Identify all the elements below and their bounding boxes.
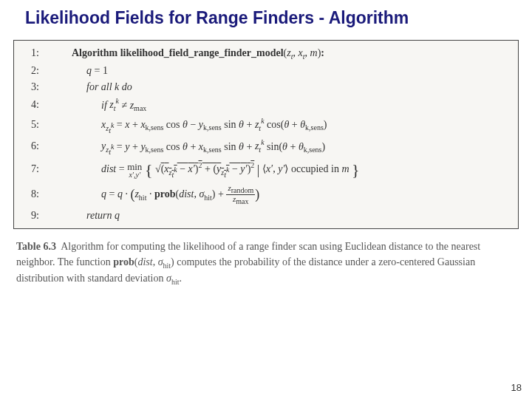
algo-line-7: 7: dist = minx′,y′ { √(xztk − x′)2 + (yz… xyxy=(14,158,518,182)
algo-line-2: 2: q = 1 xyxy=(14,63,518,79)
line-number: 5: xyxy=(14,119,57,131)
caption-label: Table 6.3 xyxy=(16,241,56,252)
algo-line-5: 5: xztk = x + xk,sens cos θ − yk,sens si… xyxy=(14,115,518,136)
line-number: 2: xyxy=(14,65,57,77)
line-number: 3: xyxy=(14,81,57,93)
algo-line-9: 9: return q xyxy=(14,208,518,224)
slide-title: Likelihood Fields for Range Finders - Al… xyxy=(0,0,532,30)
algo-line-3: 3: for all k do xyxy=(14,79,518,95)
algo-line-1: 1: Algorithm likelihood_field_range_find… xyxy=(14,45,518,63)
line-number: 6: xyxy=(14,140,57,152)
algo-line-6: 6: yztk = y + yk,sens cos θ + xk,sens si… xyxy=(14,137,518,158)
page-number: 18 xyxy=(511,382,522,393)
algo-header-prefix: Algorithm likelihood_field_range_finder_… xyxy=(72,47,284,58)
line-number: 9: xyxy=(14,210,57,222)
table-caption: Table 6.3 Algorithm for computing the li… xyxy=(16,239,516,287)
line-number: 7: xyxy=(14,163,57,175)
algo-line-8: 8: q = q · (zhit · prob(dist, σhit) + zr… xyxy=(14,182,518,208)
algorithm-box: 1: Algorithm likelihood_field_range_find… xyxy=(13,40,519,230)
line-number: 1: xyxy=(14,47,57,59)
line-number: 4: xyxy=(14,99,57,111)
algo-line-4: 4: if ztk ≠ zmax xyxy=(14,95,518,115)
line-number: 8: xyxy=(14,188,57,200)
